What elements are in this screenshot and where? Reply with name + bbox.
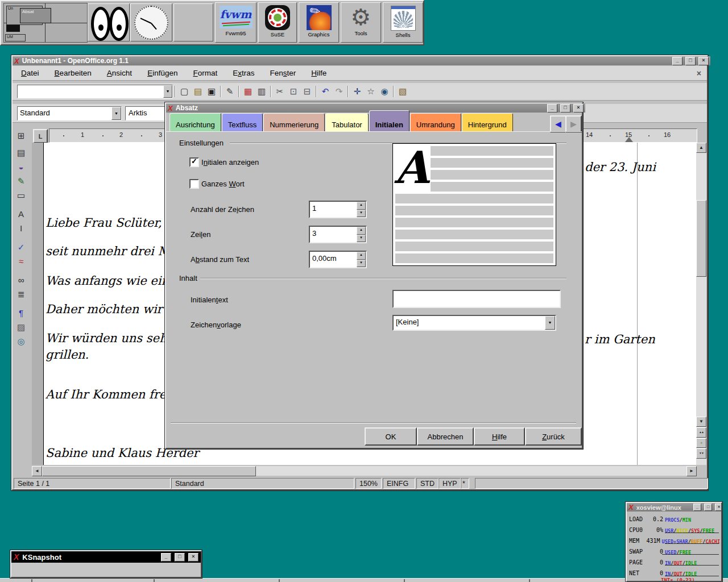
char-style-combobox[interactable]: [Keine] ▼ — [392, 315, 556, 331]
status-selection-mode[interactable]: STD — [416, 478, 439, 489]
ksnapshot-minimize-button[interactable]: _ — [161, 553, 171, 562]
tab-textfluss[interactable]: Textfluss — [222, 113, 263, 131]
scroll-up-button[interactable]: ▲ — [696, 143, 706, 153]
spin-down-icon[interactable]: ▼ — [357, 210, 366, 218]
menu-hilfe[interactable]: Hilfe — [311, 69, 326, 77]
nonprinting-characters-icon[interactable]: ¶ — [14, 306, 28, 320]
whole-word-checkbox[interactable] — [189, 179, 199, 189]
insert-table-icon[interactable]: ⊞ — [14, 129, 28, 143]
desktop-pager[interactable]: Un Absat UM — [3, 3, 88, 43]
save-document-icon[interactable]: ▣ — [205, 85, 218, 98]
pager-iconified-window[interactable] — [6, 25, 20, 32]
direct-cursor-icon[interactable]: I — [14, 222, 28, 235]
spin-down-icon[interactable]: ▼ — [357, 260, 366, 268]
launcher-fvwm95[interactable]: fvwm Fvwm95 — [215, 2, 257, 43]
open-document-icon[interactable]: ▤ — [191, 85, 205, 98]
hyperlink-icon[interactable]: ◉ — [378, 85, 391, 98]
xosview-minimize-button[interactable]: _ — [693, 504, 701, 511]
new-document-icon[interactable]: ▢ — [177, 85, 191, 98]
autotext-icon[interactable]: A — [14, 207, 28, 221]
redo-icon[interactable]: ↷ — [332, 85, 346, 98]
help-button[interactable]: Hilfe — [474, 427, 525, 446]
previous-page-button[interactable]: ▲▲ — [696, 427, 706, 438]
menu-datei[interactable]: Datei — [21, 69, 39, 77]
navigation-button[interactable]: ● — [696, 438, 706, 448]
maximize-button[interactable]: □ — [685, 57, 696, 65]
scroll-down-button[interactable]: ▼ — [696, 417, 706, 427]
tab-ausrichtung[interactable]: Ausrichtung — [169, 113, 221, 131]
ksnapshot-close-button[interactable]: × — [188, 553, 198, 562]
char-style-dropdown-icon[interactable]: ▼ — [545, 316, 555, 330]
spin-up-icon[interactable]: ▲ — [357, 227, 366, 235]
online-layout-icon[interactable]: ◎ — [14, 335, 28, 348]
show-dropcaps-checkbox[interactable] — [189, 157, 199, 167]
url-combobox[interactable]: ▼ — [17, 85, 173, 98]
stylist-icon[interactable]: ☆ — [364, 85, 378, 98]
tab-scroll-next-button[interactable]: ▶ — [565, 115, 582, 132]
ok-button[interactable]: OK — [365, 427, 417, 446]
whole-word-label[interactable]: Ganzes Wort — [201, 180, 245, 188]
launcher-graphics[interactable]: ✎ Graphics — [299, 2, 339, 43]
spin-up-icon[interactable]: ▲ — [357, 252, 366, 260]
next-page-button[interactable]: ▼▼ — [696, 448, 706, 459]
xosview-maximize-button[interactable]: □ — [704, 504, 712, 511]
spellcheck-icon[interactable]: ✓ — [14, 240, 28, 254]
status-hyperlink-mode[interactable]: HYP — [439, 478, 461, 489]
dropcap-text-input[interactable] — [392, 290, 561, 308]
spin-down-icon[interactable]: ▼ — [357, 235, 366, 243]
writer-titlebar[interactable]: X Unbenannt1 - OpenOffice.org 1.1 _ □ × — [13, 56, 710, 65]
show-dropcaps-label[interactable]: Initialen anzeigen — [201, 158, 259, 167]
status-zoom[interactable]: 150% — [355, 478, 382, 489]
undo-icon[interactable]: ↶ — [318, 85, 332, 98]
draw-functions-icon[interactable]: ✎ — [14, 174, 28, 188]
lines-spinner[interactable]: 3 ▲▼ — [309, 226, 367, 243]
edit-file-icon[interactable]: ✎ — [223, 85, 237, 98]
vertical-scrollbar[interactable]: ▲ ▼ ▲▲ ● ▼▼ — [696, 143, 706, 465]
auto-spellcheck-icon[interactable]: ≈ — [14, 255, 28, 268]
status-insert-mode[interactable]: EINFG — [383, 478, 415, 489]
tab-scroll-prev-button[interactable]: ◀ — [550, 115, 566, 132]
export-pdf-icon[interactable]: ▦ — [241, 85, 255, 98]
copy-icon[interactable]: ⊡ — [287, 85, 300, 98]
xosview-close-button[interactable]: × — [715, 504, 722, 511]
distance-spinner[interactable]: 0,00cm ▲▼ — [309, 251, 367, 268]
find-replace-icon[interactable]: ∞ — [14, 273, 28, 287]
minimize-button[interactable]: _ — [672, 57, 682, 65]
dialog-close-button[interactable]: × — [573, 104, 584, 113]
launcher-shells[interactable]: Shells — [383, 2, 423, 43]
back-button[interactable]: Zurück — [525, 427, 582, 446]
form-functions-icon[interactable]: ▭ — [14, 189, 28, 202]
data-sources-icon[interactable]: ≣ — [14, 288, 28, 301]
paragraph-style-combobox[interactable]: Standard ▼ — [17, 106, 122, 120]
cancel-button[interactable]: Abbrechen — [417, 427, 474, 446]
tab-umrandung[interactable]: Umrandung — [410, 113, 461, 131]
tab-initialen[interactable]: Initialen — [369, 110, 410, 131]
print-file-icon[interactable]: ▥ — [255, 85, 268, 98]
tab-hintergrund[interactable]: Hintergrund — [462, 113, 513, 131]
close-document-button[interactable]: × — [697, 69, 701, 78]
scrollbar-thumb[interactable] — [42, 466, 256, 476]
launcher-tools[interactable]: ⚙ Shells Tools — [341, 2, 381, 43]
insert-object-icon[interactable]: ◒ — [14, 160, 28, 174]
close-button[interactable]: × — [698, 57, 709, 65]
menu-einfuegen[interactable]: Einfügen — [147, 69, 177, 77]
style-dropdown-icon[interactable]: ▼ — [111, 107, 121, 120]
menu-format[interactable]: Format — [193, 69, 217, 77]
num-chars-spinner[interactable]: 1 ▲▼ — [309, 201, 367, 218]
graphics-on-off-icon[interactable]: ▨ — [14, 321, 28, 334]
dialog-minimize-button[interactable]: _ — [547, 104, 557, 113]
cut-icon[interactable]: ✂ — [273, 85, 287, 98]
navigator-icon[interactable]: ✛ — [350, 85, 364, 98]
dialog-maximize-button[interactable]: □ — [560, 104, 570, 113]
launcher-suse[interactable]: SuSE — [258, 2, 297, 43]
gallery-icon[interactable]: ▧ — [396, 85, 410, 98]
menu-ansicht[interactable]: Ansicht — [107, 69, 132, 77]
tab-nummerierung[interactable]: Nummerierung — [263, 113, 325, 131]
ksnapshot-maximize-button[interactable]: □ — [175, 553, 185, 562]
tab-type-button[interactable]: L — [33, 129, 48, 143]
menu-bearbeiten[interactable]: Bearbeiten — [55, 69, 92, 77]
taskbar-strip[interactable] — [0, 578, 728, 582]
url-dropdown-icon[interactable]: ▼ — [163, 85, 172, 98]
xosview-titlebar[interactable]: X xosview@linux _ □ × — [627, 503, 722, 512]
status-page-style[interactable]: Standard — [171, 478, 354, 489]
